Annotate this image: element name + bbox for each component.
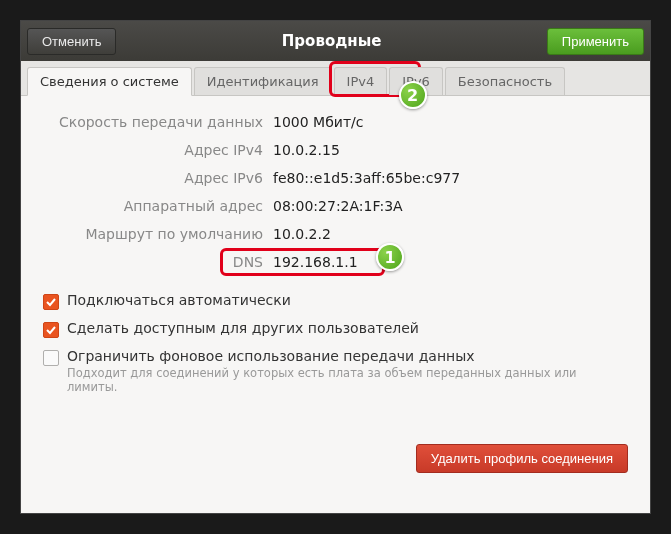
label-default-route: Маршрут по умолчанию: [43, 226, 263, 242]
label-metered-sub: Подходит для соединений у которых есть п…: [67, 366, 628, 394]
cancel-button[interactable]: Отменить: [27, 28, 116, 55]
value-ipv4-address: 10.0.2.15: [273, 142, 628, 158]
tab-details[interactable]: Сведения о системе: [27, 67, 192, 96]
checkbox-auto-connect[interactable]: [43, 294, 59, 310]
value-dns: 192.168.1.1 1: [273, 254, 628, 270]
window-title: Проводные: [116, 32, 546, 50]
label-auto-connect: Подключаться автоматически: [67, 292, 291, 308]
label-dns: DNS: [43, 254, 263, 270]
tab-bar: Сведения о системе Идентификация IPv4 2 …: [21, 61, 650, 96]
tab-ipv4-label: IPv4: [347, 74, 375, 89]
check-icon: [45, 324, 57, 336]
label-metered: Ограничить фоновое использование передач…: [67, 348, 628, 364]
metered-text-block: Ограничить фоновое использование передач…: [67, 348, 628, 394]
checkbox-all-users[interactable]: [43, 322, 59, 338]
tab-identity[interactable]: Идентификация: [194, 67, 332, 95]
tab-ipv6[interactable]: IPv6: [389, 67, 443, 95]
row-metered: Ограничить фоновое использование передач…: [43, 348, 628, 394]
label-link-speed: Скорость передачи данных: [43, 114, 263, 130]
row-auto-connect: Подключаться автоматически: [43, 292, 628, 310]
checkbox-metered[interactable]: [43, 350, 59, 366]
value-dns-text: 192.168.1.1: [273, 254, 358, 270]
label-ipv6-address: Адрес IPv6: [43, 170, 263, 186]
content-area: Скорость передачи данных 1000 Мбит/с Адр…: [21, 96, 650, 513]
label-all-users: Сделать доступным для других пользовател…: [67, 320, 419, 336]
footer: Удалить профиль соединения: [43, 404, 628, 473]
value-hardware-address: 08:00:27:2A:1F:3A: [273, 198, 628, 214]
tab-ipv4[interactable]: IPv4 2: [334, 67, 388, 95]
check-icon: [45, 296, 57, 308]
tab-security[interactable]: Безопасность: [445, 67, 565, 95]
value-default-route: 10.0.2.2: [273, 226, 628, 242]
annotation-badge-1: 1: [376, 243, 404, 271]
delete-profile-button[interactable]: Удалить профиль соединения: [416, 444, 628, 473]
apply-button[interactable]: Применить: [547, 28, 644, 55]
info-grid: Скорость передачи данных 1000 Мбит/с Адр…: [43, 114, 628, 270]
label-ipv4-address: Адрес IPv4: [43, 142, 263, 158]
value-ipv6-address: fe80::e1d5:3aff:65be:c977: [273, 170, 628, 186]
label-hardware-address: Аппаратный адрес: [43, 198, 263, 214]
row-all-users: Сделать доступным для других пользовател…: [43, 320, 628, 338]
titlebar: Отменить Проводные Применить: [21, 21, 650, 61]
value-link-speed: 1000 Мбит/с: [273, 114, 628, 130]
connection-settings-window: Отменить Проводные Применить Сведения о …: [20, 20, 651, 514]
